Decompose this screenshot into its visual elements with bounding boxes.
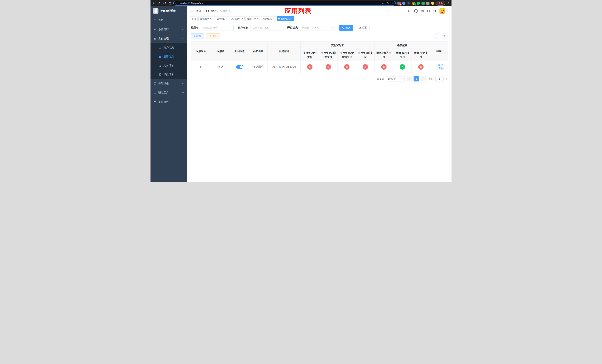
url-actions: ☆ bbox=[382, 2, 393, 4]
col-header-wechat-jsapi: 微信 JSAPI 支付 bbox=[393, 49, 412, 61]
status-select[interactable]: 请选择开启状态 bbox=[300, 25, 336, 31]
tab-close-icon[interactable]: × bbox=[226, 18, 227, 20]
app-table: 应用编号 应用名 开启状态 商户名称 创建时间 支付宝配置 微信配置 操作 支付… bbox=[191, 42, 448, 73]
reset-button-label: 重置 bbox=[362, 26, 367, 30]
sidebar-item-system[interactable]: 系统管理 bbox=[150, 25, 187, 34]
search-button[interactable]: 搜索 bbox=[339, 25, 353, 31]
breadcrumb-item-home[interactable]: 首页 bbox=[196, 9, 201, 13]
status-label: 开启状态 bbox=[287, 26, 298, 30]
goto-label: 前往 bbox=[429, 77, 434, 81]
tab-商户信息[interactable]: 商户信息× bbox=[261, 16, 276, 21]
tab-首页[interactable]: 首页 bbox=[190, 16, 197, 21]
tags-bar: 首页流程表单×用户分组×支付订单×退款订单×商户信息×应用信息× bbox=[187, 16, 452, 22]
extension-icon-drop[interactable] bbox=[402, 2, 405, 5]
share-icon[interactable] bbox=[387, 2, 389, 4]
tab-label: 支付订单 bbox=[231, 17, 240, 20]
next-page-button[interactable] bbox=[420, 76, 426, 81]
sidebar-item-payment[interactable]: ¥ 支付管理 bbox=[150, 34, 187, 43]
app-name-input[interactable] bbox=[201, 25, 234, 31]
github-icon[interactable] bbox=[414, 9, 418, 13]
tab-close-icon[interactable]: × bbox=[291, 18, 292, 20]
tab-close-icon[interactable]: × bbox=[257, 18, 258, 20]
sidebar-item-merchant-info[interactable]: 商户信息 bbox=[150, 43, 187, 52]
tab-label: 流程表单 bbox=[200, 17, 209, 20]
sidebar-collapse-icon[interactable] bbox=[190, 9, 193, 13]
url-text[interactable]: localhost:1024/pay/app bbox=[180, 2, 204, 4]
col-header-alipay-app: 支付宝 APP 支付 bbox=[301, 49, 319, 61]
tab-应用信息[interactable]: 应用信息× bbox=[277, 16, 294, 21]
col-header-app-id: 应用编号 bbox=[191, 42, 211, 61]
extension-icon-dark[interactable] bbox=[407, 2, 410, 5]
table-tools bbox=[435, 33, 448, 39]
toolbar: + 新增 导出 bbox=[191, 33, 448, 39]
forward-button[interactable] bbox=[158, 2, 161, 5]
select-caret-icon bbox=[332, 27, 334, 29]
goto-suffix: 页 bbox=[445, 77, 448, 81]
tab-close-icon[interactable]: × bbox=[241, 18, 243, 20]
extensions-puzzle-icon[interactable] bbox=[426, 2, 430, 5]
tab-流程表单[interactable]: 流程表单× bbox=[198, 16, 213, 21]
page-size-select[interactable]: 10条/页 bbox=[386, 76, 405, 81]
extension-icon-check[interactable]: ✓ bbox=[417, 2, 420, 5]
chevron-down-icon bbox=[182, 28, 184, 31]
table-refresh-button[interactable] bbox=[442, 33, 448, 39]
search-button-icon bbox=[342, 27, 344, 29]
bookmark-star-icon[interactable]: ☆ bbox=[391, 2, 393, 4]
sidebar-item-refund-order[interactable]: 退款订单 bbox=[150, 70, 187, 79]
logo[interactable]: 芋道管理系统 bbox=[150, 6, 187, 16]
back-button[interactable] bbox=[152, 2, 155, 5]
sidebar-item-app-info[interactable]: 应用信息 bbox=[150, 52, 187, 61]
export-button[interactable]: 导出 bbox=[206, 33, 220, 39]
help-icon[interactable] bbox=[421, 10, 424, 13]
font-size-icon[interactable]: тT bbox=[433, 10, 436, 12]
chevron-up-icon bbox=[182, 38, 184, 40]
goto-page-input[interactable] bbox=[435, 76, 443, 81]
breadcrumb-item-payment[interactable]: 支付管理 bbox=[205, 9, 216, 13]
reload-button[interactable] bbox=[163, 2, 166, 5]
plus-icon: + bbox=[194, 35, 195, 37]
page-annotation: 应用列表 bbox=[285, 7, 311, 15]
table-search-toggle-button[interactable] bbox=[435, 33, 441, 39]
merchant-name-input[interactable] bbox=[250, 25, 283, 31]
col-header-alipay-qr: 支付宝扫码支付 bbox=[356, 49, 375, 61]
url-bar[interactable]: i localhost:1024/pay/app ☆ bbox=[173, 1, 396, 6]
site-info-icon[interactable]: i bbox=[175, 2, 178, 4]
avatar[interactable] bbox=[440, 8, 445, 14]
reset-button[interactable]: 重置 bbox=[356, 25, 370, 31]
edit-link[interactable]: 修改 bbox=[435, 64, 443, 67]
sidebar-item-infrastructure[interactable]: 基础设施 bbox=[150, 79, 187, 88]
extension-icon-color[interactable]: 1 bbox=[412, 2, 415, 5]
sidebar-item-devtools[interactable]: 研发工具 bbox=[150, 88, 187, 97]
extension-icon-face[interactable] bbox=[431, 2, 434, 5]
col-header-merchant: 商户名称 bbox=[249, 42, 268, 61]
search-icon[interactable] bbox=[408, 10, 411, 13]
tab-close-icon[interactable]: × bbox=[273, 18, 274, 20]
extension-icon-chat[interactable] bbox=[421, 2, 425, 5]
sidebar-item-home[interactable]: 首页 bbox=[150, 16, 187, 25]
download-icon bbox=[209, 35, 212, 37]
sidebar-item-label: 商户信息 bbox=[163, 46, 174, 49]
add-button[interactable]: + 新增 bbox=[191, 33, 204, 39]
col-header-status: 开启状态 bbox=[230, 42, 249, 61]
update-button[interactable]: 更新 bbox=[436, 1, 445, 6]
page-number-button[interactable]: 1 bbox=[414, 76, 419, 81]
key-icon[interactable] bbox=[382, 2, 385, 4]
tab-close-icon[interactable]: × bbox=[210, 18, 212, 20]
caret-down-icon[interactable] bbox=[447, 10, 449, 12]
fullscreen-icon[interactable] bbox=[427, 10, 430, 12]
chevron-down-icon bbox=[182, 82, 184, 85]
sidebar-item-workflow[interactable]: 工作流程 bbox=[150, 97, 187, 107]
home-button[interactable] bbox=[168, 2, 172, 5]
sidebar-item-pay-order[interactable]: 支付订单 bbox=[150, 61, 187, 70]
tab-支付订单[interactable]: 支付订单× bbox=[230, 16, 245, 21]
group-header-alipay: 支付宝配置 bbox=[301, 42, 375, 49]
prev-page-button[interactable] bbox=[407, 76, 412, 81]
status-toggle[interactable] bbox=[236, 65, 243, 69]
delete-link[interactable]: 删除 bbox=[436, 67, 444, 70]
col-header-alipay-wap: 支付宝 WAP 网站支付 bbox=[338, 49, 356, 61]
extension-icon-grid[interactable]: 10 bbox=[398, 2, 401, 5]
tab-用户分组[interactable]: 用户分组× bbox=[214, 16, 229, 21]
tab-退款订单[interactable]: 退款订单× bbox=[246, 16, 260, 21]
browser-menu-icon[interactable] bbox=[447, 2, 450, 5]
navbar: 首页 / 支付管理 / 应用信息 应用列表 тT bbox=[187, 6, 452, 16]
